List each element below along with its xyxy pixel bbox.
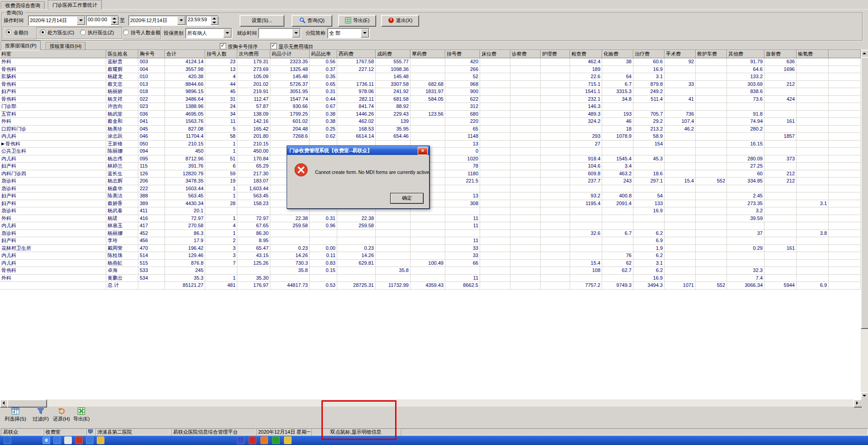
taskbar-icon[interactable] [75,436,83,444]
column-header[interactable]: 挂号费 [445,50,480,58]
tab-cashier-query[interactable]: 收费员综合查询 [1,1,45,9]
chevron-down-icon[interactable] [223,29,231,37]
column-header[interactable]: 药品比率 [310,50,337,58]
visit-time-select[interactable] [258,28,301,38]
table-row[interactable]: 内儿科陈桂珠514129.46343.1514.260.1114.2633766… [0,252,861,260]
sort-by-badge-checkbox[interactable]: 按胸卡号排序 [220,43,258,49]
column-header[interactable]: 次均费用 [237,50,270,58]
column-header[interactable]: 诊察费 [510,50,541,58]
settings-button[interactable]: 设置(S)... [240,15,284,27]
taskbar-icon[interactable] [237,436,245,444]
table-row[interactable]: 急诊科杨丽娜45286.3186.3032.66.76.2373.8 [0,230,861,237]
table-row[interactable]: 五官科杨武堂0364695.0534138.091799.250.381446.… [0,110,861,118]
totals-row[interactable]: 总 计85121.27481176.9744817.730.5328725.31… [0,282,861,290]
vertical-scrollbar[interactable] [861,50,868,399]
table-row[interactable]: ▶骨伤科王新锋050210.151210.15132715416.15 [0,140,861,148]
column-header[interactable]: 医生姓名 [106,50,138,58]
spin-down-icon[interactable] [111,20,118,25]
date-from-picker[interactable]: 2020年12月14日 [28,15,86,26]
data-grid[interactable]: 科室医生姓名胸卡号合计挂号人数次均费用药品小计药品比率西药费成药费草药费挂号费床… [0,50,861,400]
table-row[interactable]: 门诊部许吉向0231388.962457.87930.660.67841.748… [0,103,861,111]
ok-button[interactable]: 确定 [390,193,424,204]
chevron-down-icon[interactable] [177,16,185,25]
table-row[interactable]: 外科杨珺41672.97172.9722.380.3122.381139.59 [0,215,861,222]
table-row[interactable]: 骨伤科蔡耀辉0043557.9813273.691325.480.37227.1… [0,66,861,73]
column-header[interactable]: 挂号人数 [205,50,237,58]
column-header[interactable]: 草药费 [410,50,445,58]
table-row[interactable]: 妇产科杨丽娇0189896.1545219.913051.950.31978.0… [0,88,861,96]
column-header[interactable]: 救护车费 [696,50,727,58]
taskbar-icon[interactable] [53,436,61,444]
table-row[interactable]: 外科蔡金和0411563.7611142.16601.020.38462.021… [0,118,861,126]
tab-physician-workload[interactable]: 门诊医师工作量统计 [48,0,102,9]
time-from-spinner[interactable]: 00:00:00 [86,15,118,26]
table-row[interactable]: 口腔科门诊杨美珍045827.085165.42204.480.25168.53… [0,125,861,133]
radio-prescribing-doctor[interactable]: 处方医生(C) [40,29,74,36]
close-icon[interactable]: × [418,147,428,155]
radio-amount[interactable]: 金额(I) [6,29,28,36]
table-row[interactable]: 妇产科蔡娇香3894430.3428158.23426.093081195.42… [0,200,861,207]
time-to-spinner[interactable]: 23:59:59 [186,15,218,26]
table-row[interactable]: 肛肠科杨建龙010420.384105.09145.480.35145.4852… [0,73,861,81]
column-header[interactable]: 手术费 [665,50,696,58]
subtab-invoice-items[interactable]: 按票据项目(P) [1,41,41,50]
date-to-picker[interactable]: 2020年12月14日 [128,15,186,26]
table-row[interactable]: 急诊科杨志辉2063478.3519183.071364.8221.5237.7… [0,178,861,185]
export-bottom-button[interactable]: 导出(E) [69,407,94,422]
table-row[interactable]: 公共卫生科陈丽娜0944501450.004500 [0,148,861,155]
table-row[interactable]: 妇产科林婷兰115391.76665.29178.5178104.63.427.… [0,163,861,170]
column-header[interactable]: 化验费 [602,50,633,58]
spin-down-icon[interactable] [211,20,218,25]
column-select-button[interactable]: 列选择(S) [3,407,28,422]
column-header[interactable]: 科室 [0,50,106,58]
taskbar[interactable]: e [0,436,868,445]
vertical-scroll-thumb[interactable] [861,57,868,329]
column-header[interactable]: 药品小计 [270,50,310,58]
table-row[interactable]: 妇产科陈美洁388563.451563.451393.2400.8542.45 [0,192,861,200]
chevron-down-icon[interactable] [361,29,369,37]
search-button[interactable]: 查询(Q) [292,15,332,27]
browser-icon[interactable]: e [42,436,50,444]
column-header[interactable]: 床位费 [480,50,510,58]
error-dialog[interactable]: 门诊收费管理系统【收费室--易联众】 × Cannot create form.… [287,145,429,209]
folder-icon[interactable] [97,436,104,444]
table-row[interactable]: 内儿科杨燕虹515876.87125.26730.30.83629.81100.… [0,259,861,267]
table-row[interactable]: 急诊科杨森华2221603.4411,603.441603.44 [0,185,861,192]
column-header[interactable]: 成药费 [376,50,410,58]
insurance-select[interactable]: 所有病人 [185,28,232,38]
column-header[interactable]: 放射费 [764,50,797,58]
column-header[interactable]: 检查费 [570,50,602,58]
show-no-fee-checkbox[interactable]: 显示无费用项目 [270,43,313,49]
table-row[interactable]: 内儿科杨志伟0958712.9651170.844530.771020918.4… [0,155,861,163]
table-row[interactable]: 花林村卫生所戴两荣470196.42365.470.230.000.23331.… [0,244,861,252]
horizontal-scrollbar[interactable] [0,399,861,407]
table-row[interactable]: 妇产科李玲45617.928.95116.9 [0,237,861,245]
taskbar-icon[interactable] [249,436,256,444]
column-header[interactable]: 治疗费 [633,50,665,58]
taskbar-app-icon[interactable] [4,436,11,444]
chevron-down-icon[interactable] [77,16,85,25]
table-row[interactable]: 急诊科杨武春41120.116.93.2 [0,207,861,215]
subtab-accounting-items[interactable]: 按核算项目(H) [46,42,85,50]
radio-executing-doctor[interactable]: 执行医生(Z) [80,29,114,36]
branch-select[interactable]: 全 部 [327,28,370,38]
table-row[interactable]: 内儿科林惠玉417270.58467.65259.580.96259.5811 [0,222,861,230]
table-row[interactable]: 骨伤科蔡文忠0138844.6644201.025726.370.651736.… [0,80,861,88]
column-header[interactable]: 输氧费 [797,50,829,58]
column-header[interactable]: 合计 [165,50,205,58]
exit-button[interactable]: 退出(X) [381,15,419,27]
column-header[interactable]: 其他费 [727,50,764,58]
radio-registration-amount[interactable]: 挂号人数金额 [123,29,160,36]
table-row[interactable]: 骨伤科卓海53324535.80.1535.810862.76.232.3 [0,267,861,275]
taskbar-icon[interactable] [260,436,268,444]
column-header[interactable]: 西药费 [337,50,376,58]
taskbar-icon[interactable] [272,436,280,444]
table-row[interactable]: 骨伤科杨文祥0223486.6431112.471547.740.44282.1… [0,95,861,103]
chevron-down-icon[interactable] [292,29,300,37]
taskbar-icon[interactable] [64,436,72,444]
table-row[interactable]: 外科黄鹏云53435.3135.301116.97.4 [0,274,861,282]
taskbar-icon[interactable] [86,436,94,444]
column-header[interactable]: 胸卡号 [138,50,165,58]
table-row[interactable]: 内儿科涂志跃04611704.458201.807268.60.626614.1… [0,133,861,141]
column-header[interactable]: 护理费 [541,50,570,58]
